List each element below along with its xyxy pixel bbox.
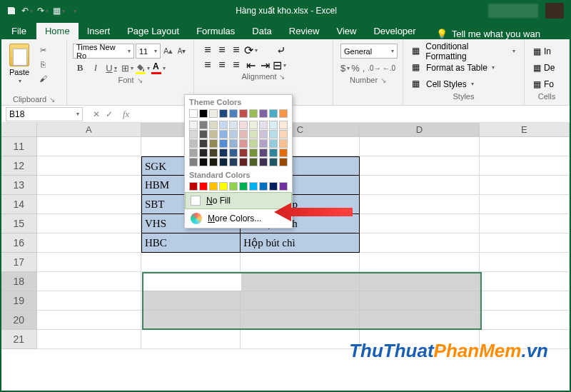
redo-icon[interactable]: ↷▾ bbox=[37, 5, 49, 16]
color-swatch[interactable] bbox=[249, 139, 258, 148]
cell-B18[interactable] bbox=[141, 272, 241, 291]
cell-B17[interactable] bbox=[141, 253, 241, 272]
color-swatch[interactable] bbox=[249, 109, 258, 118]
row-header[interactable]: 12 bbox=[1, 156, 37, 176]
color-swatch[interactable] bbox=[269, 130, 278, 139]
color-swatch[interactable] bbox=[219, 109, 228, 118]
tab-page-layout[interactable]: Page Layout bbox=[118, 23, 188, 39]
select-all-corner[interactable] bbox=[1, 123, 37, 136]
color-swatch[interactable] bbox=[209, 109, 218, 118]
increase-decimal-button[interactable]: .0→ bbox=[368, 61, 380, 75]
color-swatch[interactable] bbox=[199, 182, 208, 191]
cell-C19[interactable] bbox=[241, 291, 360, 311]
color-swatch[interactable] bbox=[269, 109, 278, 118]
color-swatch[interactable] bbox=[249, 149, 258, 157]
color-swatch[interactable] bbox=[219, 121, 228, 129]
color-swatch[interactable] bbox=[229, 182, 238, 191]
color-swatch[interactable] bbox=[259, 109, 268, 118]
cell-A13[interactable] bbox=[37, 176, 141, 195]
color-swatch[interactable] bbox=[279, 149, 288, 157]
cell-E11[interactable] bbox=[480, 137, 570, 156]
tab-review[interactable]: Review bbox=[281, 23, 328, 39]
fill-color-button[interactable]: ▾ bbox=[136, 63, 150, 73]
cell-D16[interactable] bbox=[360, 233, 479, 253]
color-swatch[interactable] bbox=[219, 182, 228, 191]
row-header[interactable]: 19 bbox=[1, 291, 37, 311]
cell-A18[interactable] bbox=[37, 272, 141, 291]
font-size-select[interactable]: 11▾ bbox=[136, 44, 161, 59]
cell-C17[interactable] bbox=[241, 253, 360, 272]
col-header-A[interactable]: A bbox=[37, 123, 141, 136]
color-swatch[interactable] bbox=[199, 130, 208, 139]
color-swatch[interactable] bbox=[239, 139, 248, 148]
cell-E18[interactable] bbox=[480, 272, 570, 291]
row-header[interactable]: 17 bbox=[1, 253, 37, 272]
italic-button[interactable]: I bbox=[89, 61, 103, 75]
cell-A16[interactable] bbox=[37, 233, 141, 253]
color-swatch[interactable] bbox=[199, 158, 208, 166]
format-as-table-button[interactable]: ▦Format as Table▾ bbox=[412, 60, 515, 75]
color-swatch[interactable] bbox=[279, 182, 288, 191]
cell-A11[interactable] bbox=[37, 137, 141, 156]
color-swatch[interactable] bbox=[219, 130, 228, 139]
cell-A20[interactable] bbox=[37, 311, 141, 330]
cell-E20[interactable] bbox=[480, 311, 570, 330]
color-swatch[interactable] bbox=[239, 158, 248, 166]
cell-E13[interactable] bbox=[480, 176, 570, 195]
color-swatch[interactable] bbox=[269, 182, 278, 191]
color-swatch[interactable] bbox=[229, 158, 238, 166]
color-swatch[interactable] bbox=[259, 121, 268, 129]
decrease-indent-button[interactable]: ⇤ bbox=[244, 59, 257, 71]
color-swatch[interactable] bbox=[249, 130, 258, 139]
wrap-text-button[interactable]: ⤶ bbox=[274, 44, 287, 56]
cell-A21[interactable] bbox=[37, 330, 141, 349]
increase-indent-button[interactable]: ⇥ bbox=[258, 59, 271, 71]
no-fill-item[interactable]: No Fill bbox=[185, 192, 292, 209]
font-name-select[interactable]: Times New Ro▾ bbox=[73, 44, 134, 59]
number-format-select[interactable]: General▾ bbox=[340, 44, 398, 59]
col-header-D[interactable]: D bbox=[360, 123, 479, 136]
color-swatch[interactable] bbox=[199, 109, 208, 118]
color-swatch[interactable] bbox=[279, 139, 288, 148]
cell-C21[interactable] bbox=[241, 330, 360, 349]
color-swatch[interactable] bbox=[229, 149, 238, 157]
align-center-button[interactable]: ≡ bbox=[216, 59, 228, 71]
color-swatch[interactable] bbox=[219, 158, 228, 166]
color-swatch[interactable] bbox=[229, 139, 238, 148]
merge-center-button[interactable]: ⊟▾ bbox=[273, 59, 286, 71]
color-swatch[interactable] bbox=[209, 121, 218, 129]
cell-D12[interactable] bbox=[360, 156, 479, 176]
cell-D20[interactable] bbox=[360, 311, 479, 330]
dialog-launcher-icon[interactable]: ↘ bbox=[137, 76, 143, 84]
color-swatch[interactable] bbox=[249, 182, 258, 191]
align-right-button[interactable]: ≡ bbox=[230, 59, 243, 71]
comma-button[interactable]: , bbox=[361, 61, 367, 75]
copy-button[interactable]: ⎘ bbox=[36, 58, 50, 71]
color-swatch[interactable] bbox=[279, 130, 288, 139]
color-swatch[interactable] bbox=[239, 149, 248, 157]
font-color-button[interactable]: A ▾ bbox=[151, 63, 166, 73]
tab-formulas[interactable]: Formulas bbox=[188, 23, 243, 39]
color-swatch[interactable] bbox=[219, 149, 228, 157]
fx-icon[interactable]: fx bbox=[118, 109, 133, 120]
underline-button[interactable]: U▾ bbox=[104, 61, 118, 75]
increase-font-button[interactable]: A▴ bbox=[162, 44, 174, 59]
format-cells-button[interactable]: ▦ Fo bbox=[533, 76, 560, 91]
color-swatch[interactable] bbox=[259, 139, 268, 148]
row-header[interactable]: 11 bbox=[1, 137, 37, 156]
cell-A14[interactable] bbox=[37, 195, 141, 214]
align-bottom-button[interactable]: ≡ bbox=[230, 44, 243, 56]
color-swatch[interactable] bbox=[239, 109, 248, 118]
tab-data[interactable]: Data bbox=[243, 23, 280, 39]
align-middle-button[interactable]: ≡ bbox=[216, 44, 228, 56]
cell-B21[interactable] bbox=[141, 330, 241, 349]
color-swatch[interactable] bbox=[279, 109, 288, 118]
color-swatch[interactable] bbox=[199, 149, 208, 157]
cell-D13[interactable] bbox=[360, 176, 479, 195]
cell-C20[interactable] bbox=[241, 311, 360, 330]
color-swatch[interactable] bbox=[269, 139, 278, 148]
user-avatar[interactable] bbox=[545, 3, 564, 19]
cell-E19[interactable] bbox=[480, 291, 570, 311]
row-header[interactable]: 15 bbox=[1, 214, 37, 233]
color-swatch[interactable] bbox=[279, 121, 288, 129]
